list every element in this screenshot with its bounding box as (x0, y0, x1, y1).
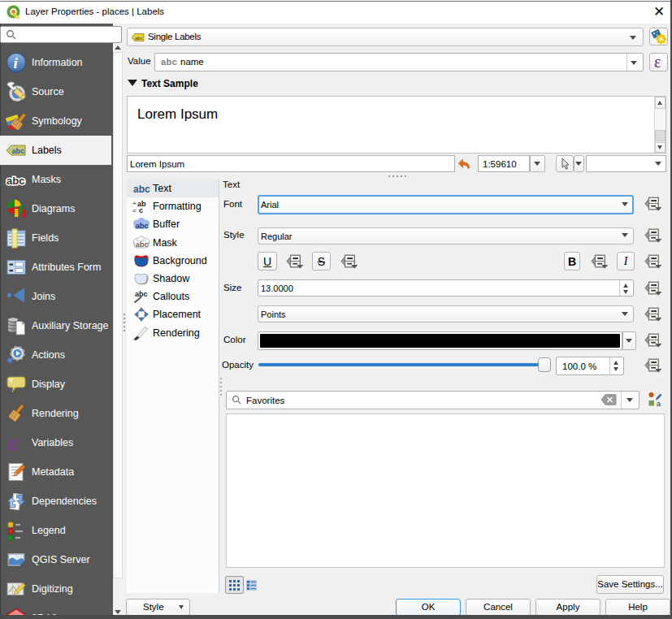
svg-text:abc: abc (136, 221, 149, 230)
svg-text:i: i (14, 54, 19, 71)
svg-text:abc: abc (135, 36, 142, 41)
svg-text:<: < (132, 207, 137, 214)
svg-text:abc: abc (135, 290, 148, 298)
svg-text:abc: abc (7, 175, 24, 187)
svg-text:abc: abc (133, 184, 150, 195)
svg-text:c: c (139, 206, 143, 214)
svg-text:ε: ε (8, 432, 17, 453)
svg-text:abc: abc (12, 147, 25, 155)
svg-text:abc: abc (136, 239, 149, 248)
svg-text:a: a (657, 400, 661, 408)
